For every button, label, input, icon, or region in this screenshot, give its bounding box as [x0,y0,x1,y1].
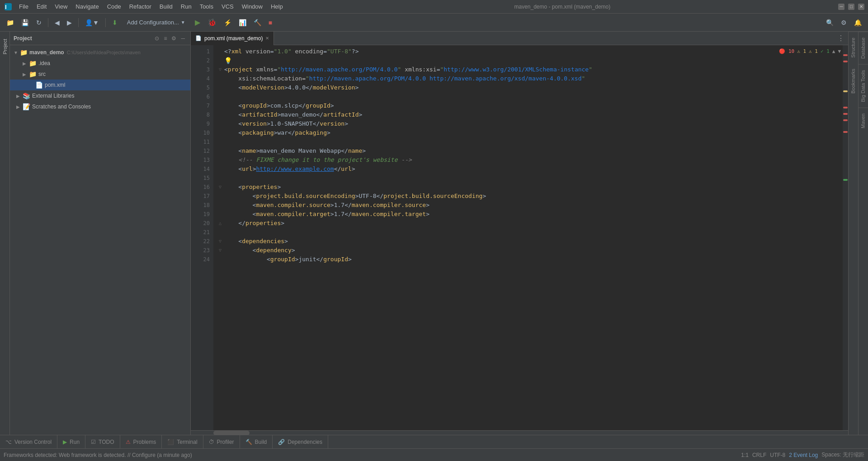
minimize-button[interactable]: ─ [838,4,844,10]
tab-version-control[interactable]: ⌥ Version Control [0,435,57,449]
project-panel-tab[interactable]: Project [1,35,9,58]
big-data-tools-panel-tab[interactable]: Big Data Tools [859,64,868,108]
event-log[interactable]: 2 Event Log [789,452,818,458]
tree-item-pom[interactable]: ▶ 📄 pom.xml [10,80,190,90]
sync-button[interactable]: ↻ [33,17,44,28]
menu-view[interactable]: View [51,2,71,11]
vcs-button[interactable]: ⬇ [109,17,120,28]
terminal-icon: ⬛ [167,439,174,445]
debug-button[interactable]: 🐞 [205,16,219,28]
fold-20[interactable]: △ [217,219,223,228]
bookmarks-panel-tab[interactable]: Bookmarks [849,63,858,99]
sidebar-locate-button[interactable]: ⊙ [153,34,161,42]
tree-item-scratches[interactable]: ▶ 📝 Scratches and Consoles [10,101,190,112]
save-all-button[interactable]: 💾 [19,17,32,28]
add-config-label: Add Configuration... [127,19,179,26]
tab-dependencies[interactable]: 🔗 Dependencies [273,435,328,449]
maximize-button[interactable]: □ [848,4,854,10]
tab-overflow-button[interactable]: ⋮ [834,34,848,42]
code-line-12: <name>maven_demo Maven Webapp</name> [217,146,843,155]
tab-run[interactable]: ▶ Run [57,435,85,449]
fold-23[interactable]: ▽ [217,246,223,255]
fold-4 [217,74,223,83]
cursor-position[interactable]: 1:1 [741,452,749,458]
menu-navigate[interactable]: Navigate [72,2,102,11]
settings-button[interactable]: ⚙ [838,17,849,28]
menu-refactor[interactable]: Refactor [126,2,155,11]
build-button[interactable]: 🔨 [251,17,264,28]
scroll-error-indicator-3 [843,107,848,108]
bottom-panel-tabs: ⌥ Version Control ▶ Run ☑ TODO ⚠ Problem… [0,435,868,448]
tab-terminal[interactable]: ⬛ Terminal [162,435,203,449]
notifications-button[interactable]: 🔔 [851,17,864,28]
lightbulb-icon[interactable]: 💡 [224,56,232,65]
code-line-21 [217,228,843,237]
add-config-dropdown-icon: ▼ [181,20,185,25]
menu-vcs[interactable]: VCS [218,2,237,11]
forward-button[interactable]: ▶ [64,17,75,28]
editor-scrollbar[interactable] [843,45,848,430]
menu-build[interactable]: Build [156,2,176,11]
menu-help[interactable]: Help [267,2,287,11]
code-editor[interactable]: 🔴 10 ⚠ 1 ⚠ 1 ✓ 1 ▲ ▼ <?xml version="1.0"… [213,45,843,430]
run-icon: ▶ [63,439,67,445]
sidebar-collapse-button[interactable]: ≡ [162,34,169,42]
window-title: maven_demo - pom.xml (maven_demo) [288,4,837,10]
database-panel-tab[interactable]: Database [859,32,868,64]
editor-tab-pom[interactable]: 📄 pom.xml (maven_demo) ✕ [191,32,274,45]
menu-run[interactable]: Run [177,2,195,11]
run-button[interactable]: ▶ [192,16,203,28]
tree-arrow-root: ▼ [14,50,18,55]
separator-2 [78,18,79,27]
horizontal-scrollbar[interactable] [191,430,848,435]
tab-file-icon: 📄 [195,35,202,41]
menu-file[interactable]: File [15,2,32,11]
tab-todo[interactable]: ☑ TODO [85,435,120,449]
tree-item-src[interactable]: ▶ 📁 src [10,69,190,80]
code-line-17: <project.build.sourceEncoding>UTF-8</pro… [217,192,843,201]
coverage-button[interactable]: ⚡ [221,17,234,28]
tree-label-scratches: Scratches and Consoles [32,103,91,110]
tab-close-icon[interactable]: ✕ [265,36,269,41]
back-button[interactable]: ◀ [52,17,62,28]
statusbar: Frameworks detected: Web framework is de… [0,448,868,461]
encoding[interactable]: UTF-8 [770,452,785,458]
code-line-7: <groupId>com.slcp</groupId> [217,101,843,110]
right-panels: Database Big Data Tools Maven [858,32,868,435]
spaces-info[interactable]: Spaces: 无行缩距 [821,451,864,459]
structure-panel-tab[interactable]: Structure [849,32,858,63]
code-line-10: <packaging>war</packaging> [217,128,843,137]
menu-window[interactable]: Window [238,2,266,11]
tree-arrow-scratches: ▶ [16,104,21,109]
profile-button[interactable]: 👤▼ [82,17,102,28]
scroll-error-indicator-5 [843,119,848,121]
fold-3[interactable]: ▽ [217,65,223,74]
line-ending[interactable]: CRLF [752,452,766,458]
fold-22[interactable]: ▽ [217,237,223,246]
search-everywhere-button[interactable]: 🔍 [823,17,836,28]
code-line-19: <maven.compiler.target>1.7</maven.compil… [217,210,843,219]
code-line-16: ▽ <properties> [217,183,843,192]
tab-profiler[interactable]: ⏱ Profiler [203,435,240,449]
tab-label: pom.xml (maven_demo) [204,35,263,42]
open-project-button[interactable]: 📁 [4,17,17,28]
sidebar-options-button[interactable]: ⚙ [170,34,178,42]
code-line-22: ▽ <dependencies> [217,237,843,246]
add-configuration-button[interactable]: Add Configuration... ▼ [122,17,190,28]
tree-arrow-src: ▶ [23,72,27,77]
sidebar-minimize-button[interactable]: ─ [179,34,187,42]
profiler-button[interactable]: 📊 [236,17,249,28]
tree-item-root[interactable]: ▼ 📁 maven_demo C:\Users\dell\IdeaProject… [10,47,190,58]
close-button[interactable]: ✕ [858,4,864,10]
menu-code[interactable]: Code [104,2,125,11]
tab-build[interactable]: 🔨 Build [240,435,273,449]
menu-tools[interactable]: Tools [196,2,217,11]
maven-panel-tab[interactable]: Maven [859,108,868,134]
tree-item-ext-libraries[interactable]: ▶ 📚 External Libraries [10,90,190,101]
menu-edit[interactable]: Edit [33,2,50,11]
stop-button[interactable]: ■ [266,17,275,28]
fold-16[interactable]: ▽ [217,183,223,192]
tree-item-idea[interactable]: ▶ 📁 .idea [10,58,190,69]
hscroll-thumb[interactable] [213,431,250,435]
tab-problems[interactable]: ⚠ Problems [120,435,162,449]
